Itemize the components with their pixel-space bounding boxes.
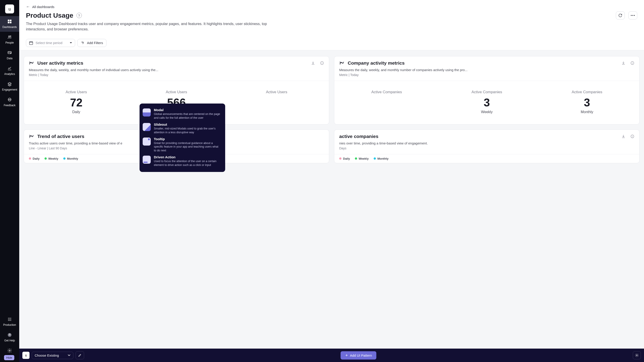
add-pattern-label: Add UI Pattern: [350, 354, 372, 357]
card-company-metrics: Company activity metrics Measures the da…: [334, 56, 640, 124]
svg-rect-2: [8, 22, 10, 23]
svg-point-15: [10, 319, 10, 320]
info-icon[interactable]: [630, 134, 634, 138]
sidebar-item-dashboards[interactable]: Dashboards: [0, 16, 19, 32]
bottom-bar: u Choose Existing Add UI Pattern: [19, 348, 644, 362]
sidebar-item-data[interactable]: Data: [0, 48, 19, 63]
sidebar-item-production[interactable]: Production: [3, 314, 16, 330]
filter-bar: Select time period Add Filters: [19, 36, 644, 50]
popup-desc: Used to focus the attention of the user …: [154, 160, 221, 167]
popup-title: Slideout: [154, 122, 221, 126]
back-text: All dashboards: [32, 5, 54, 9]
refresh-button[interactable]: [616, 12, 625, 20]
svg-point-16: [10, 319, 11, 320]
svg-point-9: [10, 99, 10, 100]
sidebar-item-analytics[interactable]: Analytics: [0, 63, 19, 79]
add-filters-label: Add Filters: [87, 41, 103, 45]
main: ← All dashboards Product Usage ? The Pro…: [19, 0, 644, 362]
popup-desc: Smaller, mid-sized Modals used to grab t…: [154, 127, 221, 134]
sidebar-item-get-help[interactable]: ? Get Help: [4, 330, 15, 345]
chevron-down-icon: [68, 354, 70, 356]
card-meta: Metric | Today: [339, 73, 634, 77]
download-icon[interactable]: [622, 134, 626, 138]
edit-button[interactable]: [76, 351, 84, 359]
sidebar-item-feedback[interactable]: Feedback: [0, 94, 19, 110]
popup-item-slideout[interactable]: SlideoutSmaller, mid-sized Modals used t…: [143, 121, 221, 136]
content-scroll[interactable]: User activity metrics Measures the daily…: [19, 50, 644, 362]
metric-period: Daily: [66, 110, 87, 114]
popup-title: Modal: [154, 108, 221, 112]
download-icon[interactable]: [622, 61, 626, 65]
popup-item-modal[interactable]: ModalGlobal announcements that are cente…: [143, 107, 221, 121]
legend-item: Monthly: [374, 157, 389, 160]
info-icon[interactable]: [630, 61, 634, 65]
sidebar-item-label: Production: [3, 323, 16, 326]
calendar-icon: [29, 41, 33, 45]
tooltip-pattern-icon: [143, 138, 151, 146]
metric: Active Companies: [371, 90, 402, 114]
svg-point-28: [83, 43, 84, 44]
svg-point-10: [10, 99, 11, 100]
more-button[interactable]: [628, 12, 637, 20]
pattern-popup: ModalGlobal announcements that are cente…: [140, 104, 225, 172]
engagement-icon: [7, 82, 12, 87]
back-arrow-icon: ←: [26, 4, 30, 9]
filter-icon: [81, 41, 85, 45]
bottom-logo[interactable]: u: [22, 352, 30, 359]
app-logo[interactable]: u: [5, 4, 14, 14]
back-link[interactable]: ← All dashboards: [26, 4, 637, 9]
svg-point-17: [8, 320, 9, 321]
metric: Active Companies 3 Weekly: [471, 90, 502, 114]
settings-button[interactable]: [633, 351, 641, 359]
add-ui-pattern-button[interactable]: Add UI Pattern: [340, 351, 376, 360]
metric-value: 3: [572, 96, 602, 109]
help-circle-icon[interactable]: ?: [76, 13, 82, 18]
card-meta: Metric | Today: [29, 73, 324, 77]
info-icon[interactable]: [320, 61, 324, 65]
svg-point-5: [10, 36, 11, 37]
svg-point-19: [10, 320, 11, 321]
page-title: Product Usage: [26, 12, 73, 19]
metric-value: 3: [471, 96, 502, 109]
legend-item: Daily: [339, 157, 350, 160]
sidebar-item-label: Data: [7, 57, 12, 60]
feedback-icon: [7, 97, 12, 102]
svg-point-22: [9, 350, 10, 351]
metric-label: Active Users: [166, 90, 187, 94]
time-period-select[interactable]: Select time period: [26, 39, 75, 47]
sidebar-item-label: Engagement: [2, 88, 17, 91]
sidebar-item-label: Analytics: [4, 72, 15, 76]
popup-title: Tooltip: [154, 137, 221, 141]
metric-label: Active Companies: [471, 90, 502, 94]
popup-title: Driven Action: [154, 155, 221, 159]
legend-item: Weekly: [44, 157, 58, 160]
page-description: The Product Usage Dashboard tracks user …: [26, 21, 285, 32]
popup-item-driven-action[interactable]: Driven ActionUsed to focus the attention…: [143, 154, 221, 168]
metric-value: 72: [66, 96, 87, 109]
choose-existing-select[interactable]: Choose Existing: [32, 352, 73, 359]
gear-icon: [635, 353, 639, 357]
legend: Daily Weekly Monthly: [334, 154, 639, 163]
sidebar-item-engagement[interactable]: Engagement: [0, 79, 19, 94]
card-meta: Days: [339, 146, 634, 150]
sidebar-item-people[interactable]: People: [0, 32, 19, 48]
data-icon: [7, 50, 12, 56]
download-icon[interactable]: [311, 61, 315, 65]
svg-rect-3: [10, 22, 12, 23]
card-title: Company activity metrics: [348, 60, 618, 66]
chart-icon: [29, 60, 34, 66]
chevron-down-icon: [70, 42, 72, 44]
svg-point-23: [631, 15, 632, 16]
sidebar-item-label: People: [5, 41, 14, 44]
pencil-icon: [78, 354, 82, 357]
svg-rect-1: [10, 20, 12, 21]
add-filters-button[interactable]: Add Filters: [77, 39, 106, 47]
card-trend-companies: active companies nies over time, providi…: [334, 130, 640, 163]
people-icon: [7, 34, 12, 40]
sidebar-item-settings[interactable]: [7, 345, 12, 354]
svg-point-25: [634, 15, 635, 16]
svg-point-8: [9, 99, 9, 100]
metric-label: Active Companies: [572, 90, 602, 94]
sidebar-item-label: Dashboards: [2, 26, 17, 28]
popup-item-tooltip[interactable]: TooltipGreat for providing contextual gu…: [143, 136, 221, 154]
